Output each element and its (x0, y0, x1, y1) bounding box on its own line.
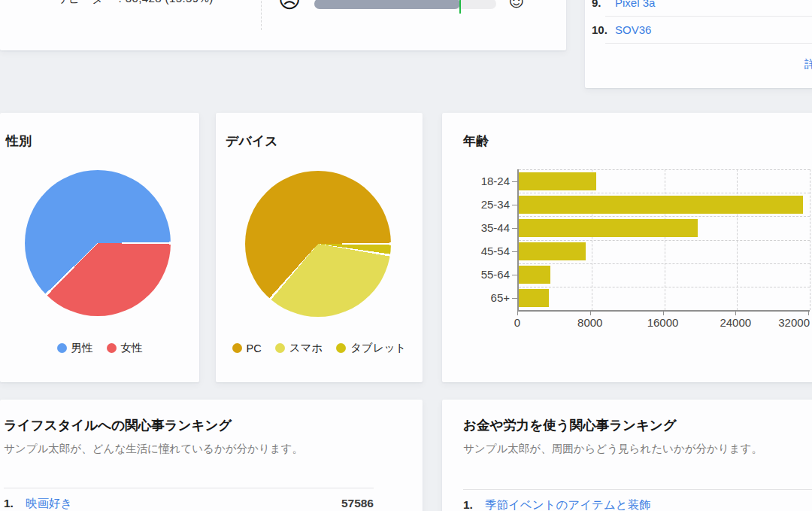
x-axis-label: 0 (514, 316, 520, 329)
ranking-row: 1. 季節イベントのアイテムと装飾 (463, 497, 812, 511)
lifestyle-ranking-card: ライフスタイルへの関心事ランキング サンプル太郎が、どんな生活に憧れているかが分… (0, 400, 423, 511)
y-axis-tick (512, 251, 517, 252)
section-divider (261, 0, 262, 30)
legend-label: タブレット (350, 341, 406, 355)
lifestyle-ranking-title: ライフスタイルへの関心事ランキング (4, 416, 232, 434)
vertical-gridline (810, 169, 810, 310)
legend-color-dot (107, 343, 117, 353)
device-pie-chart (245, 171, 391, 317)
gender-pie-chart (25, 170, 171, 316)
age-chart-card: 年齢 18-2425-3435-4445-5455-6465+080001600… (442, 113, 812, 382)
legend-color-dot (57, 343, 67, 353)
x-axis-label: 16000 (647, 316, 679, 329)
legend-item[interactable]: PC (232, 341, 262, 355)
device-card-title: デバイス (226, 132, 278, 150)
y-axis-tick (512, 205, 517, 205)
top-ranking-card: 9.Pixel 3a10.SOV36 詳 (585, 0, 812, 88)
legend-item[interactable]: スマホ (275, 341, 323, 355)
legend-label: 男性 (71, 341, 93, 355)
ranking-row: 10.SOV36 (585, 17, 812, 43)
x-axis-label: 8000 (577, 316, 602, 329)
legend-label: 女性 (121, 341, 143, 355)
ranking-item-link[interactable]: Pixel 3a (615, 0, 655, 9)
rank-number: 10. (592, 23, 615, 36)
y-axis-label: 35-44 (442, 222, 510, 234)
x-axis-tick (735, 312, 736, 315)
ranking-item-link[interactable]: SOV36 (615, 23, 651, 36)
satisfaction-slider[interactable] (314, 0, 496, 9)
lifestyle-item-link[interactable]: 映画好き (26, 496, 72, 511)
y-axis-tick (512, 275, 517, 275)
smile-face-icon: ☺ (505, 0, 528, 11)
horizontal-gridline (519, 263, 810, 264)
rank-number: 1. (463, 498, 485, 511)
legend-item[interactable]: 女性 (107, 341, 143, 355)
device-chart-card: デバイス PCスマホタブレット (216, 113, 423, 382)
horizontal-gridline (519, 169, 810, 170)
item-score: 57586 (341, 497, 374, 510)
list-divider (605, 43, 812, 44)
repeater-stat-text: リピーター : 30,428 (15.59%) (56, 0, 214, 6)
y-axis-tick (512, 298, 517, 299)
age-bar-chart (517, 169, 810, 312)
gender-chart-card: 性別 男性女性 (0, 113, 199, 382)
horizontal-gridline (519, 193, 810, 193)
y-axis-label: 25-34 (442, 199, 510, 211)
legend-item[interactable]: 男性 (57, 341, 93, 355)
see-details-link[interactable]: 詳 (804, 57, 812, 71)
x-axis-label: 24000 (720, 316, 751, 329)
horizontal-gridline (519, 240, 810, 241)
lifestyle-ranking-subtitle: サンプル太郎が、どんな生活に憧れているかが分かります。 (4, 442, 303, 456)
age-bar-18-24 (519, 172, 596, 190)
ranking-row: 9.Pixel 3a (585, 0, 812, 16)
gender-legend: 男性女性 (0, 341, 199, 355)
ranking-list: 9.Pixel 3a10.SOV36 (585, 0, 812, 44)
x-axis-label: 32000 (778, 316, 810, 329)
legend-color-dot (275, 343, 285, 353)
list-divider (463, 489, 812, 490)
x-axis-tick (808, 312, 809, 315)
rank-number: 9. (592, 0, 615, 9)
y-axis-tick (512, 181, 517, 182)
money-ranking-title: お金や労力を使う関心事ランキング (463, 416, 677, 434)
horizontal-gridline (519, 287, 810, 287)
legend-color-dot (336, 343, 346, 353)
x-axis-tick (590, 312, 591, 315)
age-bar-55-64 (519, 266, 550, 284)
age-bar-45-54 (519, 242, 586, 260)
x-axis-tick (663, 312, 664, 315)
legend-item[interactable]: タブレット (336, 341, 406, 355)
age-bar-65+ (519, 289, 549, 307)
slider-marker-handle[interactable] (459, 0, 461, 14)
slider-fill (314, 0, 460, 9)
age-card-title: 年齢 (463, 132, 489, 150)
list-divider (4, 488, 374, 488)
device-legend: PCスマホタブレット (216, 341, 423, 355)
visitor-stats-card: リピーター : 30,428 (15.59%) ☹ ☺ (0, 0, 566, 50)
x-axis-tick (517, 312, 518, 315)
horizontal-gridline (519, 216, 810, 217)
y-axis-label: 55-64 (442, 269, 510, 281)
y-axis-label: 65+ (442, 292, 510, 304)
frown-face-icon: ☹ (278, 0, 301, 11)
money-ranking-card: お金や労力を使う関心事ランキング サンプル太郎が、周囲からどう見られたいかが分か… (442, 400, 812, 511)
legend-color-dot (232, 343, 242, 353)
money-ranking-subtitle: サンプル太郎が、周囲からどう見られたいかが分かります。 (463, 442, 762, 456)
rank-number: 1. (4, 497, 26, 510)
ranking-row: 1. 映画好き 57586 (4, 495, 374, 511)
y-axis-tick (512, 228, 517, 229)
age-bar-35-44 (519, 219, 698, 237)
gender-card-title: 性別 (6, 132, 32, 150)
age-bar-25-34 (519, 196, 803, 214)
legend-label: スマホ (289, 341, 323, 355)
legend-label: PC (247, 342, 262, 354)
y-axis-label: 18-24 (442, 175, 510, 187)
money-item-link[interactable]: 季節イベントのアイテムと装飾 (485, 497, 651, 511)
y-axis-label: 45-54 (442, 245, 510, 257)
